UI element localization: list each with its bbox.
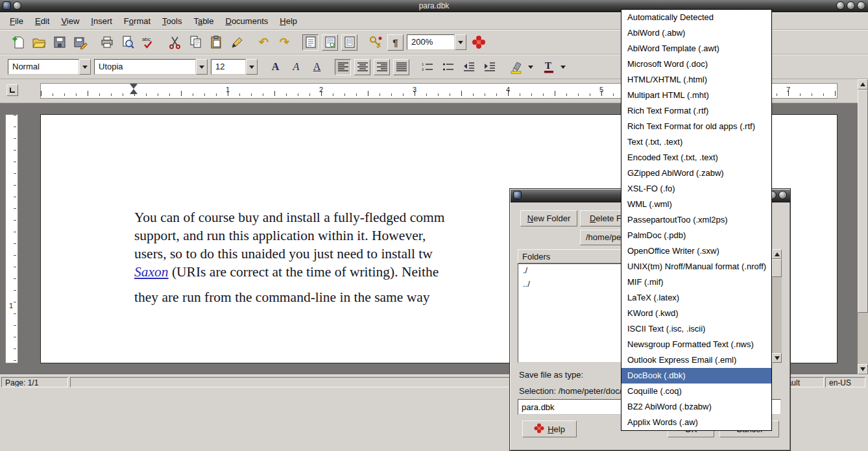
menu-documents[interactable]: Documents (220, 14, 274, 29)
menu-table[interactable]: Table (187, 14, 219, 29)
file-type-option[interactable]: Outlook Express Email (.eml) (621, 352, 771, 368)
menu-insert[interactable]: Insert (85, 14, 118, 29)
italic-button[interactable]: A (287, 58, 305, 76)
menu-help[interactable]: Help (274, 14, 303, 29)
file-type-option[interactable]: Coquille (.coq) (621, 384, 771, 399)
highlight-dropdown-button[interactable] (525, 59, 536, 75)
file-type-option[interactable]: PassepartoutToo (.xml2ps) (621, 212, 771, 228)
file-type-option[interactable]: WML (.wml) (621, 197, 771, 212)
help-button[interactable]: Help (522, 421, 577, 437)
language-indicator[interactable]: en-US (825, 377, 865, 387)
underline-button[interactable]: A (308, 58, 326, 76)
file-type-option[interactable]: BZ2 AbiWord (.bzabw) (621, 399, 771, 415)
cut-button[interactable] (166, 34, 184, 51)
view-normal-button[interactable] (302, 34, 319, 51)
file-type-option[interactable]: Text (.txt, .text) (621, 134, 771, 150)
copy-button[interactable] (187, 34, 204, 51)
style-select[interactable]: Normal (8, 59, 91, 75)
vertical-ruler[interactable]: 1 (5, 114, 18, 363)
file-type-option[interactable]: Newsgroup Formatted Text (.nws) (621, 337, 771, 352)
menu-file[interactable]: File (4, 14, 29, 29)
highlight-button[interactable] (507, 58, 525, 76)
font-select[interactable]: Utopia (94, 59, 208, 75)
view-print-button[interactable] (341, 34, 357, 51)
file-type-option[interactable]: PalmDoc (.pdb) (621, 228, 771, 243)
saxon-hyperlink[interactable]: Saxon (134, 264, 169, 280)
numbered-list-button[interactable]: 12 (418, 58, 436, 76)
file-type-option[interactable]: DocBook (.dbk) (621, 368, 771, 384)
zoom-dropdown-button[interactable] (455, 34, 466, 50)
bullet-list-button[interactable] (439, 58, 457, 76)
increase-indent-button[interactable] (481, 58, 498, 76)
scrollbar-thumb[interactable] (772, 259, 782, 277)
font-color-dropdown-button[interactable] (557, 59, 569, 75)
close-button[interactable] (857, 1, 865, 10)
file-type-option[interactable]: UNIX(tm) Nroff/Manual format (.nroff) (621, 259, 771, 274)
file-type-option[interactable]: KWord (.kwd) (621, 306, 771, 321)
print-button[interactable] (98, 34, 115, 51)
file-type-option[interactable]: Rich Text Format for old apps (.rtf) (621, 119, 771, 134)
insert-hyperlink-button[interactable] (367, 34, 384, 51)
file-type-option[interactable]: Multipart HTML (.mht) (621, 88, 771, 103)
decrease-indent-button[interactable] (460, 58, 477, 76)
maximize-button[interactable] (847, 1, 855, 10)
window-menu-icon[interactable] (513, 191, 522, 199)
file-type-option[interactable]: MIF (.mif) (621, 274, 771, 290)
file-type-option[interactable]: ISCII Text (.isc, .iscii) (621, 321, 771, 337)
align-right-button[interactable] (374, 59, 390, 75)
files-scrollbar[interactable] (772, 249, 782, 363)
open-button[interactable] (30, 34, 47, 51)
view-web-button[interactable] (322, 34, 338, 51)
spellcheck-button[interactable]: abc (139, 34, 157, 51)
align-justify-button[interactable] (393, 59, 409, 75)
show-formatting-button[interactable]: ¶ (387, 34, 404, 51)
close-button[interactable] (778, 191, 787, 199)
scroll-up-button[interactable] (772, 249, 782, 259)
bold-button[interactable]: A (267, 58, 284, 76)
scroll-up-button[interactable] (858, 79, 868, 90)
redo-button[interactable]: ↷ (276, 34, 293, 51)
print-preview-button[interactable] (119, 34, 136, 51)
vertical-scrollbar[interactable] (858, 79, 868, 374)
undo-button[interactable]: ↶ (255, 34, 272, 51)
left-indent-marker[interactable] (130, 89, 138, 94)
size-dropdown-button[interactable] (246, 59, 258, 75)
style-dropdown-button[interactable] (79, 59, 91, 75)
font-color-button[interactable]: T (540, 58, 557, 76)
file-type-option[interactable]: LaTeX (.latex) (621, 290, 771, 306)
size-select[interactable]: 12 (211, 59, 258, 75)
menu-tools[interactable]: Tools (156, 14, 187, 29)
scroll-down-button[interactable] (772, 353, 782, 363)
new-document-button[interactable] (9, 34, 27, 51)
file-type-option[interactable]: AbiWord (.abw) (621, 25, 771, 41)
menu-format[interactable]: Format (118, 14, 156, 29)
paste-button[interactable] (208, 34, 225, 51)
file-type-option[interactable]: GZipped AbiWord (.zabw) (621, 165, 771, 181)
align-left-button[interactable] (335, 59, 351, 75)
file-type-option[interactable]: Automatically Detected (621, 10, 771, 25)
file-type-option[interactable]: OpenOffice Writer (.sxw) (621, 243, 771, 259)
menu-view[interactable]: View (55, 14, 85, 29)
abiword-help-button[interactable] (470, 34, 487, 51)
save-as-button[interactable] (71, 34, 89, 51)
file-type-option[interactable]: Microsoft Word (.doc) (621, 56, 771, 72)
tab-stop-selector[interactable] (6, 84, 18, 96)
highlighter-icon (509, 60, 524, 74)
file-type-option[interactable]: HTML/XHTML (.html) (621, 72, 771, 88)
align-center-button[interactable] (354, 59, 370, 75)
file-type-option[interactable]: AbiWord Template (.awt) (621, 41, 771, 56)
edit-pen-button[interactable] (228, 34, 246, 51)
file-type-option[interactable]: Applix Words (.aw) (621, 415, 771, 430)
file-type-option[interactable]: Encoded Text (.txt, .text) (621, 150, 771, 165)
file-type-option[interactable]: XSL-FO (.fo) (621, 181, 771, 197)
font-dropdown-button[interactable] (196, 59, 208, 75)
scroll-down-button[interactable] (858, 364, 868, 374)
scrollbar-thumb[interactable] (858, 90, 868, 313)
first-line-indent-marker[interactable] (130, 84, 138, 89)
save-button[interactable] (51, 34, 68, 51)
file-type-option[interactable]: Rich Text Format (.rtf) (621, 103, 771, 119)
zoom-select[interactable]: 200% (407, 34, 466, 50)
minimize-button[interactable] (836, 1, 845, 10)
menu-edit[interactable]: Edit (29, 14, 55, 29)
new-folder-button[interactable]: New Folder (520, 210, 577, 226)
